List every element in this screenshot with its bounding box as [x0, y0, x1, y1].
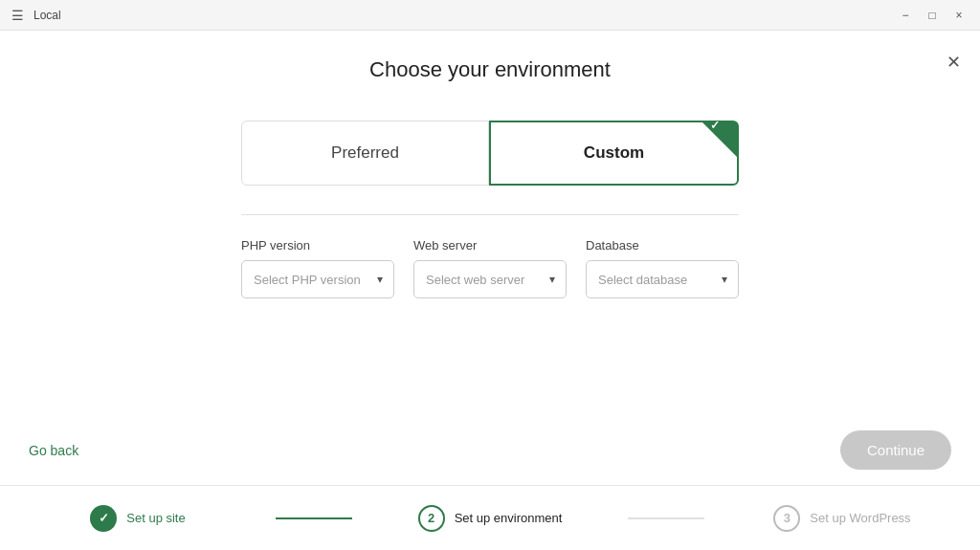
maximize-button[interactable]: □ [923, 6, 942, 25]
titlebar: ☰ Local − □ × [0, 0, 980, 31]
database-field: Database Select database ▾ [586, 238, 739, 298]
go-back-button[interactable]: Go back [29, 443, 78, 458]
close-window-button[interactable]: × [949, 6, 969, 25]
dialog-title: Choose your environment [369, 57, 611, 82]
web-server-label: Web server [413, 238, 567, 253]
titlebar-controls: − □ × [896, 6, 969, 25]
dialog-close-button[interactable]: ✕ [947, 54, 961, 71]
step-separator-1 [276, 517, 352, 519]
continue-button[interactable]: Continue [840, 430, 951, 470]
database-label: Database [586, 238, 739, 253]
web-server-field: Web server Select web server ▾ [413, 238, 567, 298]
selected-checkmark [702, 122, 737, 157]
step-1: ✓ Set up site [0, 505, 276, 532]
app-title: Local [33, 9, 61, 22]
php-version-select[interactable]: Select PHP version [241, 260, 394, 298]
step-3-circle: 3 [773, 505, 800, 532]
step-3: 3 Set up WordPress [704, 505, 980, 532]
dialog-header: Choose your environment ✕ [0, 31, 980, 92]
step-1-label: Set up site [126, 511, 185, 525]
minimize-button[interactable]: − [896, 6, 915, 25]
preferred-option[interactable]: Preferred [241, 121, 489, 186]
database-select-wrapper: Select database ▾ [586, 260, 739, 298]
preferred-label: Preferred [331, 143, 399, 163]
step-2: 2 Set up environment [352, 505, 628, 532]
php-version-label: PHP version [241, 238, 394, 253]
php-version-select-wrapper: Select PHP version ▾ [241, 260, 394, 298]
custom-option[interactable]: Custom [489, 121, 739, 186]
step-container: ✓ Set up site 2 Set up environment 3 Set… [0, 505, 980, 532]
web-server-select-wrapper: Select web server ▾ [413, 260, 567, 298]
env-selector: Preferred Custom [241, 121, 739, 186]
step-2-label: Set up environment [455, 511, 563, 525]
step-1-circle: ✓ [90, 505, 117, 532]
statusbar: ✓ Set up site 2 Set up environment 3 Set… [0, 485, 980, 550]
fields-row: PHP version Select PHP version ▾ Web ser… [241, 238, 739, 298]
titlebar-left: ☰ Local [11, 8, 61, 23]
dialog-body: Preferred Custom PHP version Select PHP … [0, 92, 980, 411]
section-divider [241, 214, 739, 215]
step-3-label: Set up WordPress [810, 511, 910, 525]
main-window: Choose your environment ✕ Preferred Cust… [0, 31, 980, 485]
custom-label: Custom [584, 143, 644, 163]
step-separator-2 [628, 517, 704, 519]
step-2-circle: 2 [418, 505, 445, 532]
hamburger-icon[interactable]: ☰ [11, 8, 24, 23]
web-server-select[interactable]: Select web server [413, 260, 567, 298]
dialog-footer: Go back Continue [0, 411, 980, 485]
database-select[interactable]: Select database [586, 260, 739, 298]
php-version-field: PHP version Select PHP version ▾ [241, 238, 394, 298]
